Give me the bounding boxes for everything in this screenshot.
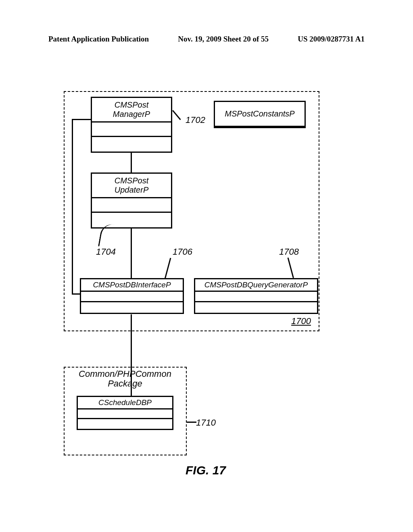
class-cmspost-dbinterface: CMSPostDBInterfaceP <box>80 278 184 314</box>
class-section <box>78 419 172 429</box>
class-section <box>78 409 172 419</box>
page-header: Patent Application Publication Nov. 19, … <box>48 35 365 44</box>
ref-1706: 1706 <box>173 247 192 257</box>
ref-1710: 1710 <box>196 418 216 428</box>
connector-line <box>72 119 73 295</box>
header-left: Patent Application Publication <box>48 35 149 44</box>
class-title: CMSPost ManagerP <box>92 98 171 123</box>
header-right: US 2009/0287731 A1 <box>298 35 365 44</box>
class-cmspost-updater: CMSPost UpdaterP <box>91 172 172 229</box>
class-cmspost-dbquerygenerator: CMSPostDBQueryGeneratorP <box>194 278 318 314</box>
class-section <box>81 292 183 302</box>
class-title: CScheduleDBP <box>78 397 172 409</box>
class-section <box>92 137 171 152</box>
class-title: MSPostConstantsP <box>215 102 305 127</box>
class-section <box>81 302 183 313</box>
leader-line <box>187 422 196 423</box>
ref-1700: 1700 <box>291 316 311 326</box>
class-title: CMSPost UpdaterP <box>92 174 171 198</box>
ref-1708: 1708 <box>279 247 299 257</box>
connector-line <box>72 293 80 295</box>
ref-1702: 1702 <box>186 115 205 125</box>
ref-1704: 1704 <box>96 247 116 257</box>
class-cmspost-manager: CMSPost ManagerP <box>91 97 172 153</box>
class-title: CMSPostDBInterfaceP <box>81 279 183 292</box>
package-common-title: Common/PHPCommon Package <box>71 369 179 389</box>
class-section <box>92 198 171 213</box>
class-title: CMSPostDBQueryGeneratorP <box>195 279 317 292</box>
class-section <box>92 213 171 227</box>
class-section <box>92 123 171 137</box>
diagram-area: CMSPost ManagerP MSPostConstantsP CMSPos… <box>52 77 359 447</box>
class-section <box>195 302 317 313</box>
class-mspost-constants: MSPostConstantsP <box>214 101 306 128</box>
header-center: Nov. 19, 2009 Sheet 20 of 55 <box>178 35 269 44</box>
connector-line <box>72 119 91 120</box>
class-section <box>195 292 317 302</box>
class-cscheduledbp: CScheduleDBP <box>77 396 173 430</box>
figure-caption: FIG. 17 <box>52 463 359 477</box>
